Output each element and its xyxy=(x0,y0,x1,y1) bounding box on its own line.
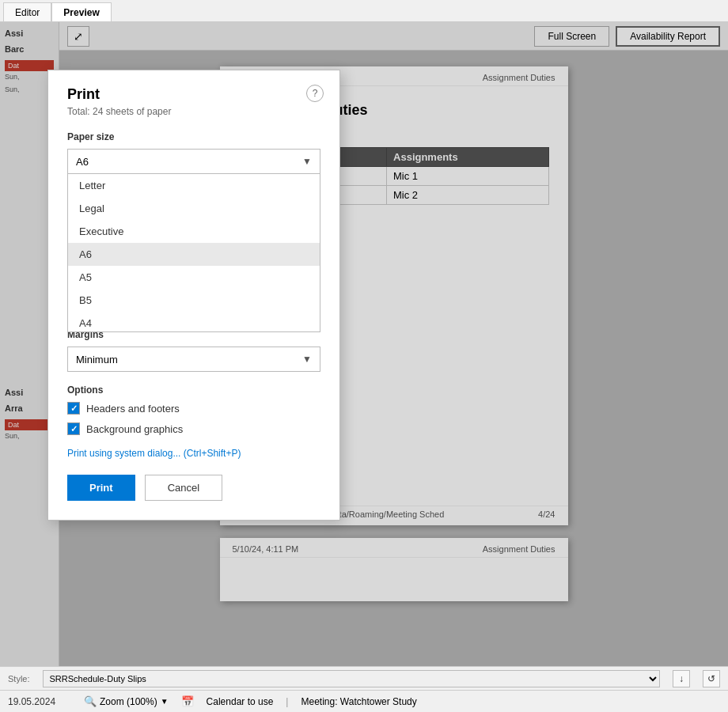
system-dialog-link[interactable]: Print using system dialog... (Ctrl+Shift… xyxy=(67,448,320,459)
dialog-buttons: Print Cancel xyxy=(67,475,320,501)
option-a6[interactable]: A6 xyxy=(68,243,320,266)
background-graphics-label: Background graphics xyxy=(86,423,183,435)
tab-bar: Editor Preview xyxy=(0,0,728,22)
dialog-subtitle: Total: 24 sheets of paper xyxy=(67,106,320,117)
zoom-label[interactable]: Zoom (100%) xyxy=(100,696,157,707)
status-btn-save[interactable]: ↓ xyxy=(673,670,690,687)
headers-footers-label: Headers and footers xyxy=(86,403,180,415)
calendar-label: Calendar to use xyxy=(207,696,274,707)
style-label: Style: xyxy=(8,674,30,684)
zoom-icon: 🔍 xyxy=(84,695,97,707)
margins-arrow-icon: ▼ xyxy=(302,354,312,365)
options-label: Options xyxy=(67,384,320,396)
status-bar: Style: SRRSchedule-Duty Slips ↓ ↺ xyxy=(0,666,728,690)
headers-footers-checkbox[interactable]: ✓ xyxy=(67,402,80,415)
calendar-icon: 📅 xyxy=(181,695,194,707)
margins-value: Minimum xyxy=(76,354,118,365)
background-graphics-checkbox[interactable]: ✓ xyxy=(67,422,80,435)
dialog-title: Print xyxy=(67,86,320,103)
paper-size-select-wrapper: A6 ▼ Letter Legal Executive A6 A5 B5 A4 xyxy=(67,149,320,174)
paper-size-arrow-icon: ▼ xyxy=(302,156,312,167)
option-a5[interactable]: A5 xyxy=(68,266,320,289)
background-graphics-checkmark: ✓ xyxy=(70,424,78,434)
headers-footers-row: ✓ Headers and footers xyxy=(67,402,320,415)
paper-size-label: Paper size xyxy=(67,131,320,142)
paper-size-select[interactable]: A6 ▼ xyxy=(67,149,320,174)
date-label: 19.05.2024 xyxy=(8,696,71,707)
paper-size-dropdown[interactable]: Letter Legal Executive A6 A5 B5 A4 xyxy=(67,174,320,332)
status-btn-reload[interactable]: ↺ xyxy=(703,670,720,687)
print-dialog: ? Print Total: 24 sheets of paper Paper … xyxy=(47,70,340,521)
headers-footers-checkmark: ✓ xyxy=(70,403,78,414)
help-button[interactable]: ? xyxy=(306,85,324,102)
margins-select[interactable]: Minimum ▼ xyxy=(67,347,320,372)
option-b5[interactable]: B5 xyxy=(68,289,320,312)
margins-select-wrapper: Minimum ▼ xyxy=(67,347,320,372)
cancel-button[interactable]: Cancel xyxy=(145,475,222,501)
options-section: ✓ Headers and footers ✓ Background graph… xyxy=(67,402,320,435)
zoom-dropdown-icon[interactable]: ▼ xyxy=(161,697,169,706)
tab-preview[interactable]: Preview xyxy=(51,2,111,21)
tab-editor[interactable]: Editor xyxy=(3,2,51,21)
paper-size-value: A6 xyxy=(76,156,89,168)
option-a4[interactable]: A4 xyxy=(68,312,320,332)
option-legal[interactable]: Legal xyxy=(68,197,320,220)
background-graphics-row: ✓ Background graphics xyxy=(67,422,320,435)
print-button[interactable]: Print xyxy=(67,475,135,501)
option-executive[interactable]: Executive xyxy=(68,220,320,243)
main-area: Assi Barc Dat Sun, Sun, Assi Arra Dat Su… xyxy=(0,22,728,666)
meeting-label: Meeting: Watchtower Study xyxy=(301,696,416,707)
info-bar: 19.05.2024 🔍 Zoom (100%) ▼ 📅 Calendar to… xyxy=(0,690,728,712)
dialog-overlay: ? Print Total: 24 sheets of paper Paper … xyxy=(0,22,728,666)
zoom-area: 🔍 Zoom (100%) ▼ xyxy=(84,695,169,707)
style-select[interactable]: SRRSchedule-Duty Slips xyxy=(43,670,660,687)
option-letter[interactable]: Letter xyxy=(68,174,320,197)
